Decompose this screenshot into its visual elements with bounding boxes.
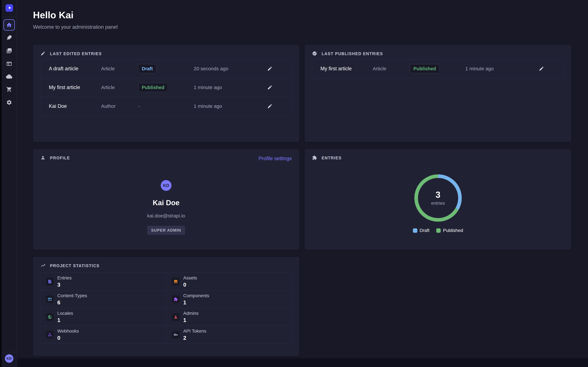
entry-time: 1 minute ago — [465, 66, 536, 71]
donut-total: 3 — [435, 190, 440, 199]
last-published-table: My first article Article Published 1 min… — [312, 59, 564, 78]
puzzle-icon — [312, 155, 317, 160]
stat-icon-tile — [172, 331, 180, 339]
entry-type: Article — [373, 66, 410, 71]
stat-item: Content-Types 6 — [40, 291, 166, 308]
stat-label: Components — [183, 293, 209, 298]
edit-entry-button[interactable] — [265, 83, 275, 92]
legend-label: Draft — [420, 228, 430, 233]
stat-label: Entries — [57, 275, 71, 281]
card-title: PROFILE — [50, 156, 70, 160]
stat-value: 1 — [183, 317, 199, 323]
page-title: Hello Kai — [33, 9, 73, 20]
pencil-icon — [267, 66, 272, 71]
sidebar-divider-bottom — [2, 352, 17, 352]
entries-card: ENTRIES 3 entries Draft — [305, 149, 571, 250]
legend-item-published: Published — [436, 228, 463, 233]
page-subtitle: Welcome to your administration panel — [33, 24, 118, 30]
profile-settings-link[interactable]: Profile settings — [259, 156, 292, 161]
strapi-admin-dashboard: KD Hello Kai Welcome to your administrat… — [0, 0, 588, 367]
sidebar-item-deploy[interactable] — [6, 73, 12, 80]
sidebar-item-content-type-builder[interactable] — [6, 61, 12, 67]
strapi-logo[interactable] — [6, 4, 13, 12]
legend-label: Published — [443, 228, 463, 233]
stat-label: Content-Types — [57, 293, 87, 298]
pencil-icon — [539, 66, 544, 71]
entry-name: A draft article — [40, 66, 101, 72]
entry-name: My first article — [40, 84, 101, 90]
cloud-icon — [6, 73, 12, 80]
last-published-entries-card: LAST PUBLISHED ENTRIES My first article … — [305, 45, 571, 142]
stat-item: Components 1 — [166, 291, 292, 308]
user-avatar[interactable]: KD — [5, 354, 13, 363]
last-edited-table: A draft article Article Draft 20 seconds… — [40, 59, 292, 116]
role-badge: SUPER ADMIN — [147, 226, 185, 235]
stats-table: Entries 3 Assets 0 Content-Types 6 Compo… — [40, 273, 292, 344]
stat-item: Entries 3 — [40, 273, 166, 290]
sidebar-item-content-manager[interactable] — [6, 34, 12, 41]
stat-value: 1 — [183, 300, 209, 306]
edit-entry-button[interactable] — [265, 101, 275, 111]
last-edited-entries-card: LAST EDITED ENTRIES A draft article Arti… — [33, 45, 299, 142]
stat-value: 0 — [57, 335, 79, 341]
edit-entry-button[interactable] — [536, 64, 546, 74]
pencil-icon — [267, 104, 272, 109]
stat-icon-tile — [172, 295, 180, 303]
stat-icon-tile — [172, 313, 180, 321]
home-icon — [6, 22, 12, 28]
sidebar-divider — [2, 17, 17, 17]
stat-icon-tile — [46, 331, 54, 339]
layout-icon — [48, 297, 52, 301]
image-icon — [174, 279, 178, 284]
stat-value: 1 — [57, 317, 73, 323]
status-empty: - — [138, 103, 194, 109]
card-title: PROJECT STATISTICS — [50, 263, 99, 268]
sidebar: KD — [2, 0, 17, 367]
legend-chip-draft — [413, 228, 417, 233]
status-badge: Published — [410, 64, 440, 73]
globe-icon — [48, 315, 52, 319]
feather-icon — [6, 35, 12, 41]
stat-value: 3 — [57, 282, 71, 288]
edit-entry-button[interactable] — [265, 64, 275, 74]
stat-value: 6 — [57, 300, 87, 306]
stat-icon-tile — [46, 295, 54, 303]
entry-time: 1 minute ago — [194, 103, 264, 109]
sidebar-item-home[interactable] — [3, 19, 15, 31]
entry-type: Author — [101, 103, 138, 109]
table-row: Kai Doe Author - 1 minute ago — [40, 97, 292, 116]
entry-name: My first article — [312, 66, 373, 72]
stat-item: Locales 1 — [40, 308, 166, 326]
stat-label: API Tokens — [183, 328, 206, 334]
profile-card: PROFILE Profile settings KD Kai Doe kai.… — [33, 149, 299, 250]
card-title: ENTRIES — [322, 156, 342, 160]
entry-name: Kai Doe — [40, 103, 101, 109]
table-row: My first article Article Published 1 min… — [312, 59, 564, 78]
person-icon — [41, 155, 46, 160]
project-statistics-card: PROJECT STATISTICS Entries 3 Assets 0 Co… — [33, 257, 299, 356]
card-title: LAST PUBLISHED ENTRIES — [322, 51, 383, 56]
stat-label: Admins — [183, 311, 199, 316]
stat-item: Assets 0 — [166, 273, 292, 290]
stat-value: 2 — [183, 335, 206, 341]
sidebar-item-settings[interactable] — [6, 99, 12, 106]
card-title: LAST EDITED ENTRIES — [50, 51, 102, 56]
webhook-icon — [48, 333, 52, 337]
puzzle-icon — [174, 297, 178, 301]
legend-chip-published — [436, 228, 441, 233]
strapi-logo-icon — [7, 6, 12, 10]
profile-name: Kai Doe — [153, 199, 180, 207]
trend-up-icon — [41, 263, 46, 268]
stat-icon-tile — [46, 313, 54, 321]
pencil-icon — [41, 51, 46, 56]
entry-type: Article — [101, 66, 138, 71]
media-library-icon — [6, 48, 12, 54]
person-icon — [174, 315, 178, 319]
stat-label: Webhooks — [57, 328, 79, 334]
entry-time: 1 minute ago — [194, 85, 264, 90]
donut-unit: entries — [431, 201, 445, 206]
pencil-icon — [267, 85, 272, 90]
profile-avatar: KD — [161, 180, 172, 191]
sidebar-item-media-library[interactable] — [6, 48, 12, 54]
sidebar-item-marketplace[interactable] — [6, 86, 12, 92]
